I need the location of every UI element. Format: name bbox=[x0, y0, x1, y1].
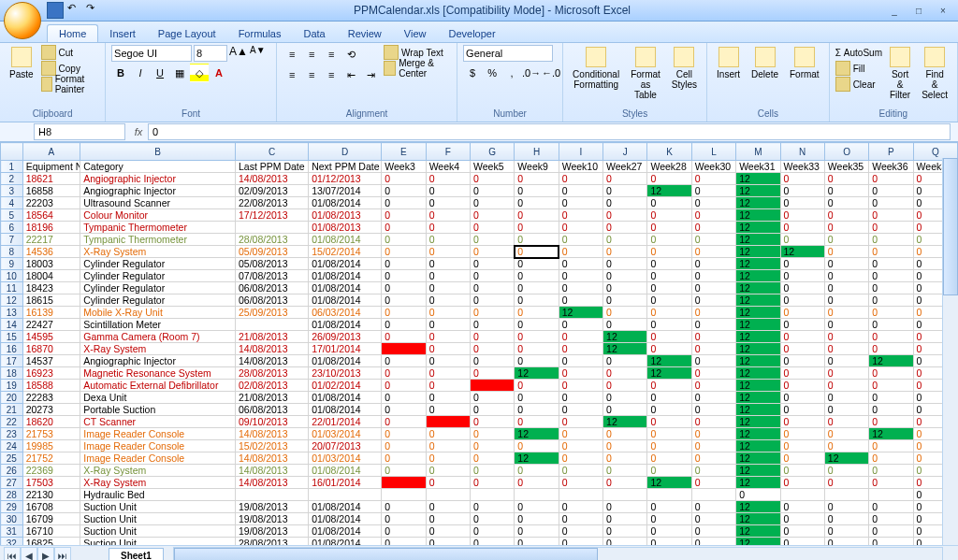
cell[interactable]: 0 bbox=[603, 185, 647, 197]
row-header[interactable]: 29 bbox=[1, 501, 23, 513]
cell[interactable]: 01/08/2014 bbox=[309, 538, 382, 546]
currency-icon[interactable]: $ bbox=[463, 64, 482, 82]
cell[interactable]: 12 bbox=[824, 452, 868, 465]
cell[interactable]: 01/08/2014 bbox=[309, 355, 382, 367]
cell[interactable]: 0 bbox=[426, 307, 470, 319]
cell[interactable]: 20/07/2013 bbox=[309, 440, 382, 452]
header-cell[interactable]: Category bbox=[80, 161, 236, 173]
cell[interactable]: Image Reader Console bbox=[80, 440, 236, 452]
cell[interactable]: 0 bbox=[869, 513, 913, 525]
cell[interactable]: 0 bbox=[691, 452, 735, 465]
cell[interactable]: 0 bbox=[515, 392, 559, 404]
header-cell[interactable]: Equipment No bbox=[22, 161, 80, 173]
cell[interactable]: 22203 bbox=[22, 197, 80, 209]
cell[interactable]: 01/12/2013 bbox=[309, 173, 382, 185]
header-cell[interactable]: Week27 bbox=[603, 161, 647, 173]
cell[interactable]: 12 bbox=[736, 319, 780, 331]
cell[interactable]: 12 bbox=[736, 538, 780, 546]
cell[interactable]: 28/08/2013 bbox=[235, 367, 308, 380]
sort-filter-button[interactable]: Sort & Filter bbox=[886, 45, 914, 102]
cell[interactable]: 0 bbox=[559, 343, 602, 355]
cell[interactable]: 0 bbox=[559, 380, 602, 392]
cell[interactable]: Angiographic Injector bbox=[80, 355, 236, 367]
name-box[interactable]: H8 bbox=[34, 123, 125, 140]
cell[interactable]: 22369 bbox=[22, 465, 80, 477]
cell[interactable]: 0 bbox=[780, 307, 824, 319]
cell[interactable]: 19/08/2013 bbox=[235, 525, 308, 538]
cell[interactable]: 0 bbox=[515, 209, 559, 222]
cell[interactable]: 0 bbox=[869, 270, 913, 282]
cell[interactable]: 0 bbox=[603, 452, 647, 465]
cell[interactable]: 12 bbox=[736, 380, 780, 392]
cell[interactable]: 05/08/2013 bbox=[235, 258, 308, 270]
cell[interactable]: 0 bbox=[382, 355, 426, 367]
tab-view[interactable]: View bbox=[393, 25, 438, 42]
cell[interactable]: 0 bbox=[780, 513, 824, 525]
cell[interactable]: 0 bbox=[559, 319, 602, 331]
cell[interactable]: 0 bbox=[382, 246, 426, 258]
cell[interactable]: 0 bbox=[824, 355, 868, 367]
cell[interactable]: 0 bbox=[603, 355, 647, 367]
cell[interactable]: Cylinder Regulator bbox=[80, 282, 236, 294]
cell[interactable]: 0 bbox=[515, 234, 559, 246]
cell[interactable]: 0 bbox=[691, 355, 735, 367]
cell[interactable]: Hydraulic Bed bbox=[80, 489, 236, 501]
cell[interactable]: 0 bbox=[824, 258, 868, 270]
cell[interactable]: 0 bbox=[382, 270, 426, 282]
cell[interactable]: 0 bbox=[603, 270, 647, 282]
cell[interactable]: 0 bbox=[824, 173, 868, 185]
cell[interactable]: 0 bbox=[647, 319, 691, 331]
cell[interactable]: Suction Unit bbox=[80, 525, 236, 538]
cell[interactable]: 12 bbox=[515, 452, 559, 465]
cell[interactable]: 17/12/2013 bbox=[235, 209, 308, 222]
cell[interactable]: Tympanic Thermometer bbox=[80, 222, 236, 234]
cell[interactable]: 0 bbox=[515, 380, 559, 392]
cell[interactable]: 0 bbox=[780, 343, 824, 355]
cell[interactable]: 0 bbox=[426, 294, 470, 307]
cell[interactable]: 0 bbox=[691, 282, 735, 294]
underline-button[interactable]: U bbox=[151, 64, 169, 82]
cell[interactable]: 0 bbox=[691, 404, 735, 416]
tab-data[interactable]: Data bbox=[292, 25, 336, 42]
cell[interactable]: Magnetic Resonance System bbox=[80, 367, 236, 380]
cell[interactable]: 19/08/2013 bbox=[235, 501, 308, 513]
cell[interactable]: 12 bbox=[869, 355, 913, 367]
cell[interactable]: 06/08/2013 bbox=[235, 282, 308, 294]
cell[interactable]: 01/08/2014 bbox=[309, 319, 382, 331]
cell[interactable]: 12 bbox=[736, 222, 780, 234]
cell[interactable]: 01/08/2014 bbox=[309, 270, 382, 282]
col-header[interactable]: M bbox=[736, 143, 780, 161]
tab-developer[interactable]: Developer bbox=[437, 25, 506, 42]
cell[interactable]: 0 bbox=[470, 513, 514, 525]
cell[interactable]: 06/08/2013 bbox=[235, 404, 308, 416]
cell[interactable]: 0 bbox=[869, 234, 913, 246]
cell[interactable]: 0 bbox=[780, 452, 824, 465]
percent-icon[interactable]: % bbox=[483, 64, 501, 82]
cell[interactable]: 0 bbox=[869, 343, 913, 355]
cell[interactable]: 01/08/2013 bbox=[309, 209, 382, 222]
cell[interactable]: 0 bbox=[515, 282, 559, 294]
cell[interactable]: 0 bbox=[603, 538, 647, 546]
cell[interactable]: 12 bbox=[736, 525, 780, 538]
cell[interactable]: 0 bbox=[470, 477, 514, 489]
cell[interactable]: 0 bbox=[691, 416, 735, 428]
cell[interactable]: 0 bbox=[869, 416, 913, 428]
cell[interactable]: Cylinder Regulator bbox=[80, 270, 236, 282]
cell[interactable]: 16825 bbox=[22, 538, 80, 546]
cell[interactable]: 0 bbox=[515, 538, 559, 546]
cell[interactable]: Colour Monitor bbox=[80, 209, 236, 222]
cell[interactable]: 0 bbox=[780, 392, 824, 404]
cell[interactable]: 0 bbox=[559, 173, 602, 185]
redo-icon[interactable]: ↷ bbox=[86, 2, 101, 17]
cell[interactable]: 14595 bbox=[22, 331, 80, 343]
cell[interactable]: 18588 bbox=[22, 380, 80, 392]
cell[interactable]: 0 bbox=[382, 173, 426, 185]
cell[interactable]: 0 bbox=[869, 307, 913, 319]
cell[interactable]: 0 bbox=[869, 246, 913, 258]
cell[interactable] bbox=[426, 416, 470, 428]
cell[interactable]: 0 bbox=[780, 404, 824, 416]
cell[interactable]: 0 bbox=[603, 440, 647, 452]
cell[interactable]: 0 bbox=[470, 246, 514, 258]
cell[interactable]: 16870 bbox=[22, 343, 80, 355]
cell[interactable]: 0 bbox=[780, 294, 824, 307]
